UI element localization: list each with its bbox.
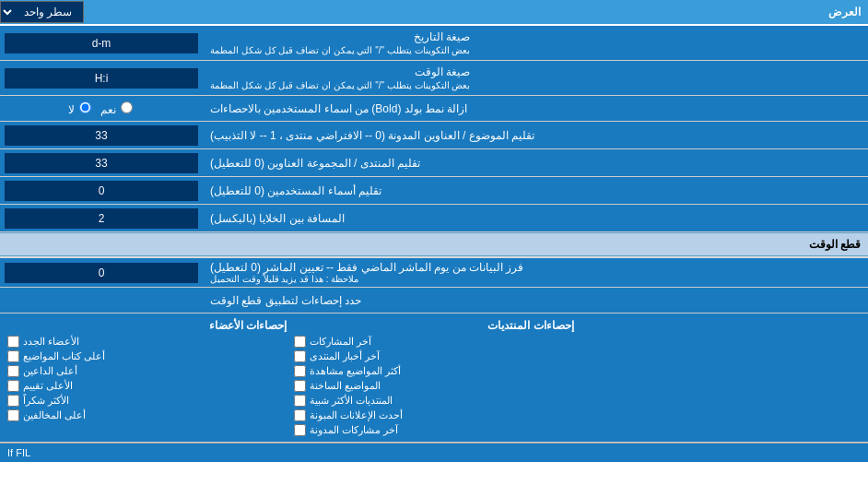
user-trim-label: تقليم أسماء المستخدمين (0 للتعطيل) xyxy=(203,177,868,204)
checkbox-col-members: إحصاءات الأعضاء الأعضاء الجدد أعلى كتاب … xyxy=(4,319,290,436)
bold-remove-yes-radio[interactable] xyxy=(121,101,133,113)
display-select[interactable]: سطر واحد xyxy=(0,1,84,23)
bold-remove-row: ازالة نمط بولد (Bold) من اسماء المستخدمي… xyxy=(0,96,868,122)
checkbox-most-viewed: أكثر المواضيع مشاهدة xyxy=(294,365,573,377)
checkbox-top-writers: أعلى كتاب المواضيع xyxy=(7,350,287,362)
bottom-note-row: If FIL xyxy=(0,443,868,462)
cut-time-filter-row: فرز البيانات من يوم الماشر الماضي فقط --… xyxy=(0,258,868,288)
checkbox-forum-news-input[interactable] xyxy=(294,350,306,362)
checkbox-top-rated: الأعلى تقييم xyxy=(7,380,287,392)
checkbox-top-writers-input[interactable] xyxy=(7,350,19,362)
user-trim-input[interactable] xyxy=(5,181,198,201)
cell-spacing-row: المسافة بين الخلايا (بالبكسل) xyxy=(0,205,868,232)
checkbox-new-members: الأعضاء الجدد xyxy=(7,336,287,348)
checkbox-top-violators-input[interactable] xyxy=(7,409,19,421)
header-row: العرض سطر واحد xyxy=(0,0,868,26)
bold-remove-label: ازالة نمط بولد (Bold) من اسماء المستخدمي… xyxy=(203,96,868,121)
checkbox-last-posts-input[interactable] xyxy=(294,336,306,348)
main-container: العرض سطر واحد صيغة التاريخ بعض التكوينا… xyxy=(0,0,868,462)
date-format-input[interactable] xyxy=(5,33,198,53)
date-format-row: صيغة التاريخ بعض التكوينات يتطلب "/" الت… xyxy=(0,26,868,61)
checkbox-most-thanks-input[interactable] xyxy=(7,395,19,407)
checkbox-col-empty xyxy=(578,319,864,436)
checkbox-last-posts: آخر المشاركات xyxy=(294,336,573,348)
checkbox-forum-news: آخر أخبار المنتدى xyxy=(294,350,573,362)
checkbox-blog-posts-input[interactable] xyxy=(294,424,306,436)
topic-trim-row: تقليم الموضوع / العناوين المدونة (0 -- ا… xyxy=(0,122,868,149)
header-label: العرض xyxy=(819,6,861,18)
limit-empty xyxy=(0,288,203,313)
checkbox-col1-items: الأعضاء الجدد أعلى كتاب المواضيع أعلى ال… xyxy=(7,336,287,421)
checkbox-col2-header: إحصاءات المنتديات xyxy=(294,319,573,332)
date-format-label: صيغة التاريخ بعض التكوينات يتطلب "/" الت… xyxy=(203,26,868,60)
cut-time-section: قطع الوقت xyxy=(0,232,868,258)
topic-trim-input[interactable] xyxy=(5,125,198,146)
bold-remove-no-radio[interactable] xyxy=(79,101,91,113)
cell-spacing-input-wrapper xyxy=(0,205,203,231)
time-format-row: صيغة الوقت بعض التكوينات يتطلب "/" التي … xyxy=(0,61,868,96)
user-trim-input-wrapper xyxy=(0,177,203,204)
checkbox-col2-items: آخر المشاركات آخر أخبار المنتدى أكثر الم… xyxy=(294,336,573,436)
forum-trim-input[interactable] xyxy=(5,153,198,173)
cut-time-title: قطع الوقت xyxy=(0,233,868,255)
cut-time-input-wrapper xyxy=(0,258,203,287)
user-trim-row: تقليم أسماء المستخدمين (0 للتعطيل) xyxy=(0,177,868,205)
checkbox-top-rated-input[interactable] xyxy=(7,380,19,392)
checkbox-latest-announcements: أحدث الإعلانات المبونة xyxy=(294,409,573,421)
checkbox-hot-topics-input[interactable] xyxy=(294,380,306,392)
checkbox-hot-topics: المواضيع الساخنة xyxy=(294,380,573,392)
time-format-input[interactable] xyxy=(5,68,198,89)
bold-remove-no-label: لا xyxy=(68,101,93,116)
checkbox-similar-forums: المنتديات الأكثر شبية xyxy=(294,395,573,407)
bold-remove-input-wrapper: نعم لا xyxy=(0,96,203,121)
cell-spacing-label: المسافة بين الخلايا (بالبكسل) xyxy=(203,205,868,231)
cut-time-input[interactable] xyxy=(5,263,198,283)
limit-stats-row: حدد إحصاءات لتطبيق قطع الوقت xyxy=(0,288,868,314)
date-format-input-wrapper xyxy=(0,26,203,60)
checkbox-top-violators: أعلى المخالفين xyxy=(7,409,287,421)
checkbox-blog-posts: آخر مشاركات المدونة xyxy=(294,424,573,436)
topic-trim-label: تقليم الموضوع / العناوين المدونة (0 -- ا… xyxy=(203,122,868,148)
checkbox-top-inviters-input[interactable] xyxy=(7,365,19,377)
forum-trim-input-wrapper xyxy=(0,149,203,176)
forum-trim-row: تقليم المنتدى / المجموعة العناوين (0 للت… xyxy=(0,149,868,177)
cut-time-filter-label: فرز البيانات من يوم الماشر الماضي فقط --… xyxy=(203,258,868,287)
checkbox-most-thanks: الأكثر شكراً xyxy=(7,395,287,407)
checkbox-col1-header: إحصاءات الأعضاء xyxy=(7,319,287,332)
time-format-label: صيغة الوقت بعض التكوينات يتطلب "/" التي … xyxy=(203,61,868,95)
limit-stats-label: حدد إحصاءات لتطبيق قطع الوقت xyxy=(203,288,868,313)
checkbox-top-inviters: أعلى الداعين xyxy=(7,365,287,377)
checkboxes-section: إحصاءات المنتديات آخر المشاركات آخر أخبا… xyxy=(0,314,868,443)
bottom-note-text: If FIL xyxy=(7,447,30,458)
checkbox-col-forums: إحصاءات المنتديات آخر المشاركات آخر أخبا… xyxy=(290,319,577,436)
forum-trim-label: تقليم المنتدى / المجموعة العناوين (0 للت… xyxy=(203,149,868,176)
time-format-input-wrapper xyxy=(0,61,203,95)
checkbox-most-viewed-input[interactable] xyxy=(294,365,306,377)
bold-remove-yes-label: نعم xyxy=(100,101,135,116)
checkbox-similar-forums-input[interactable] xyxy=(294,395,306,407)
checkbox-new-members-input[interactable] xyxy=(7,336,19,348)
cell-spacing-input[interactable] xyxy=(5,208,198,229)
topic-trim-input-wrapper xyxy=(0,122,203,148)
checkbox-latest-announcements-input[interactable] xyxy=(294,409,306,421)
